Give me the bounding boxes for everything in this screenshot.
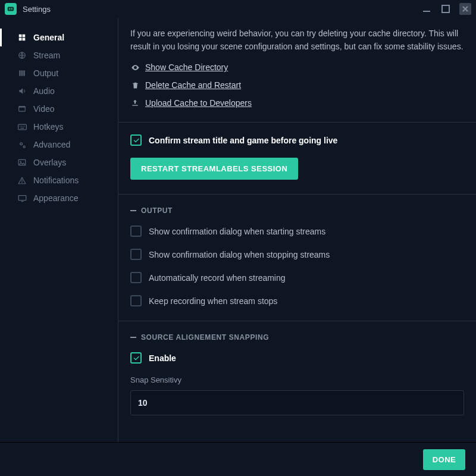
show-cache-row: Show Cache Directory — [130, 62, 464, 72]
app-logo-icon — [5, 3, 17, 15]
sidebar-item-label: Video — [33, 104, 55, 114]
sidebar-item-label: General — [33, 33, 64, 42]
restart-streamlabels-button[interactable]: RESTART STREAMLABELS SESSION — [130, 158, 298, 180]
monitor-icon — [17, 195, 27, 202]
svg-rect-11 — [21, 70, 23, 76]
cache-description: If you are experiencing weird behavior, … — [130, 27, 464, 53]
svg-point-2 — [11, 8, 12, 10]
svg-rect-16 — [20, 126, 20, 126]
sidebar-item-general[interactable]: General — [0, 29, 118, 46]
collapse-icon — [130, 210, 136, 211]
settings-main: GeneralStreamOutputAudioVideoHotkeysAdva… — [0, 18, 476, 442]
close-button[interactable] — [459, 3, 471, 15]
output-option-checkbox[interactable] — [130, 272, 142, 283]
sidebar-item-label: Notifications — [33, 176, 79, 185]
sidebar-item-video[interactable]: Video — [0, 100, 118, 118]
keyboard-icon — [17, 124, 27, 130]
output-option-row: Automatically record when streaming — [130, 272, 464, 283]
svg-point-1 — [9, 8, 10, 10]
sidebar-item-output[interactable]: Output — [0, 64, 118, 82]
confirm-live-row: Confirm stream title and game before goi… — [130, 134, 464, 146]
collapse-icon — [130, 337, 136, 338]
svg-rect-7 — [19, 38, 22, 41]
maximize-button[interactable] — [440, 4, 451, 14]
svg-rect-15 — [18, 124, 26, 130]
upload-cache-link[interactable]: Upload Cache to Developers — [145, 98, 252, 108]
snapping-enable-label: Enable — [149, 353, 176, 363]
titlebar: Settings — [0, 0, 476, 18]
sidebar-item-stream[interactable]: Stream — [0, 46, 118, 64]
svg-point-24 — [20, 161, 21, 162]
svg-rect-14 — [19, 107, 26, 108]
window-controls — [421, 3, 471, 15]
sidebar-item-appearance[interactable]: Appearance — [0, 189, 118, 207]
content-scroll[interactable]: If you are experiencing weird behavior, … — [118, 18, 476, 442]
svg-rect-8 — [23, 38, 26, 41]
output-option-checkbox[interactable] — [130, 249, 142, 260]
snapping-enable-checkbox[interactable] — [130, 352, 142, 364]
svg-rect-17 — [21, 126, 21, 126]
output-section-title: OUTPUT — [141, 206, 173, 215]
svg-rect-25 — [18, 195, 26, 200]
output-option-label: Keep recording when stream stops — [149, 296, 277, 306]
svg-rect-12 — [23, 70, 24, 76]
output-section-header[interactable]: OUTPUT — [130, 206, 464, 215]
sidebar-item-label: Overlays — [33, 158, 66, 167]
sidebar-item-notifications[interactable]: Notifications — [0, 171, 118, 189]
sidebar-item-hotkeys[interactable]: Hotkeys — [0, 118, 118, 136]
upload-cache-row: Upload Cache to Developers — [130, 98, 464, 108]
svg-rect-10 — [19, 70, 20, 76]
show-cache-link[interactable]: Show Cache Directory — [145, 62, 228, 72]
svg-rect-4 — [442, 5, 449, 12]
delete-cache-row: Delete Cache and Restart — [130, 80, 464, 90]
sidebar-item-audio[interactable]: Audio — [0, 82, 118, 100]
minimize-button[interactable] — [421, 4, 432, 14]
output-section: OUTPUT Show confirmation dialog when sta… — [118, 194, 476, 321]
output-option-checkbox[interactable] — [130, 295, 142, 306]
sidebar-item-label: Appearance — [33, 193, 79, 203]
output-option-row: Show confirmation dialog when starting s… — [130, 226, 464, 237]
sidebar-item-label: Audio — [33, 86, 55, 96]
upload-icon — [130, 99, 140, 107]
snapping-section-header[interactable]: SOURCE ALIGNEMENT SNAPPING — [130, 333, 464, 342]
cogs-icon — [17, 140, 27, 149]
sidebar: GeneralStreamOutputAudioVideoHotkeysAdva… — [0, 18, 118, 442]
trash-icon — [130, 81, 140, 90]
sidebar-item-advanced[interactable]: Advanced — [0, 136, 118, 154]
snapping-enable-row: Enable — [130, 352, 464, 364]
done-button[interactable]: DONE — [423, 449, 465, 470]
output-option-label: Show confirmation dialog when starting s… — [149, 227, 325, 236]
svg-rect-6 — [23, 35, 26, 37]
image-icon — [17, 159, 27, 166]
delete-cache-link[interactable]: Delete Cache and Restart — [145, 80, 241, 90]
confirm-live-label: Confirm stream title and game before goi… — [149, 136, 337, 145]
sidebar-item-label: Output — [33, 68, 58, 78]
snap-sensitivity-input[interactable] — [130, 390, 464, 415]
output-option-label: Show confirmation dialog when stopping s… — [149, 250, 330, 259]
video-icon — [17, 105, 27, 113]
output-option-row: Keep recording when stream stops — [130, 295, 464, 306]
window-title: Settings — [23, 5, 421, 14]
confirm-live-checkbox[interactable] — [130, 134, 142, 146]
output-option-checkbox[interactable] — [130, 226, 142, 237]
footer: DONE — [0, 442, 476, 476]
svg-rect-20 — [20, 127, 24, 128]
output-icon — [17, 69, 27, 77]
sidebar-item-label: Stream — [33, 51, 60, 60]
svg-rect-18 — [23, 126, 23, 126]
svg-point-22 — [23, 146, 25, 148]
sidebar-item-label: Advanced — [33, 140, 70, 149]
svg-rect-5 — [19, 35, 22, 37]
confirm-section: Confirm stream title and game before goi… — [118, 122, 476, 194]
output-option-row: Show confirmation dialog when stopping s… — [130, 249, 464, 260]
warning-icon — [17, 177, 27, 184]
grid-icon — [17, 33, 27, 42]
globe-icon — [17, 51, 27, 60]
svg-rect-19 — [24, 126, 24, 126]
svg-rect-3 — [423, 11, 430, 12]
output-option-label: Automatically record when streaming — [149, 273, 286, 283]
snapping-section-title: SOURCE ALIGNEMENT SNAPPING — [141, 333, 269, 342]
snapping-section: SOURCE ALIGNEMENT SNAPPING Enable Snap S… — [118, 321, 476, 433]
sidebar-item-overlays[interactable]: Overlays — [0, 154, 118, 171]
eye-icon — [130, 63, 140, 72]
